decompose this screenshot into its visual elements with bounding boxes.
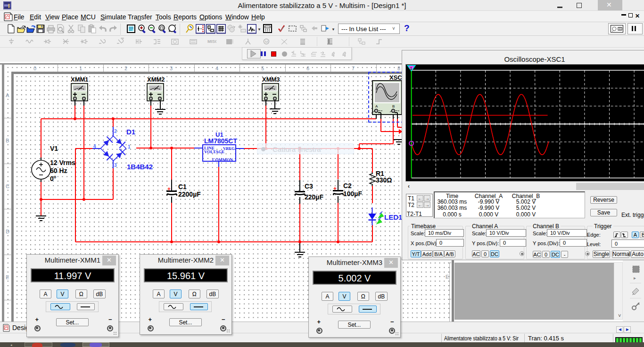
svg-text:MISC: MISC: [207, 39, 216, 44]
svg-text:M: M: [265, 40, 268, 44]
svg-text:1: 1: [410, 66, 413, 71]
